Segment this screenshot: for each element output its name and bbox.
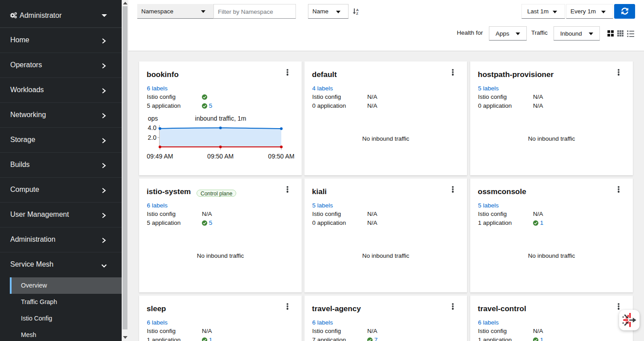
svg-text:2.0: 2.0 [148,134,157,141]
svg-text:inbound traffic, 1m: inbound traffic, 1m [195,115,246,122]
svg-text:ops: ops [148,115,158,122]
svg-text:4.0: 4.0 [148,124,157,131]
svg-text:Z: Z [356,12,358,16]
svg-text:09:49 AM: 09:49 AM [147,153,173,160]
svg-text:09:50 AM: 09:50 AM [268,153,295,160]
svg-text:09:50 AM: 09:50 AM [207,153,234,160]
